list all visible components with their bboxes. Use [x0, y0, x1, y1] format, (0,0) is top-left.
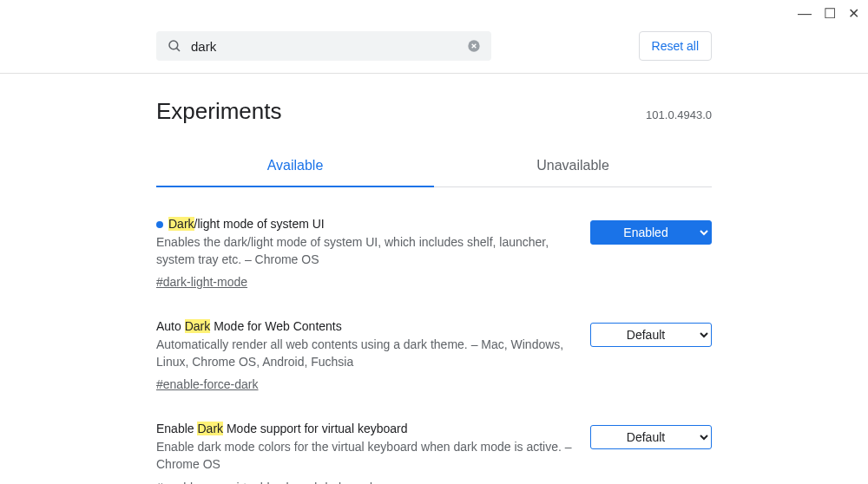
- search-highlight: Dark: [185, 319, 211, 333]
- experiment-text: Enable Dark Mode support for virtual key…: [156, 422, 573, 484]
- search-highlight: Dark: [197, 422, 223, 435]
- tab-unavailable[interactable]: Unavailable: [434, 158, 712, 186]
- reset-all-button[interactable]: Reset all: [639, 31, 712, 61]
- experiment-item: Auto Dark Mode for Web ContentsAutomatic…: [156, 319, 712, 392]
- search-input[interactable]: [191, 39, 467, 54]
- experiment-select-wrap: DefaultEnabledDisabled: [590, 217, 712, 245]
- page-title: Experiments: [156, 98, 282, 125]
- tab-available[interactable]: Available: [156, 158, 434, 187]
- experiment-text: Auto Dark Mode for Web ContentsAutomatic…: [156, 319, 573, 392]
- close-icon[interactable]: ✕: [848, 5, 859, 22]
- experiment-description: Enable dark mode colors for the virtual …: [156, 439, 573, 473]
- minimize-icon[interactable]: —: [798, 6, 812, 22]
- experiment-item: Enable Dark Mode support for virtual key…: [156, 422, 712, 484]
- maximize-icon[interactable]: ☐: [824, 5, 836, 22]
- search-box[interactable]: [156, 31, 491, 61]
- svg-line-1: [176, 48, 180, 51]
- experiment-description: Enables the dark/light mode of system UI…: [156, 234, 573, 268]
- experiment-hash-link[interactable]: #enable-cros-virtual-keyboard-dark-mode: [156, 481, 379, 484]
- svg-point-0: [169, 41, 178, 49]
- window-controls: — ☐ ✕: [798, 5, 859, 22]
- top-divider: [0, 73, 868, 74]
- experiment-description: Automatically render all web contents us…: [156, 337, 573, 370]
- experiment-title: Auto Dark Mode for Web Contents: [156, 319, 573, 333]
- search-highlight: Dark: [168, 217, 194, 231]
- experiment-select-wrap: DefaultEnabledDisabled: [590, 319, 712, 347]
- search-icon: [167, 38, 182, 54]
- modified-indicator-icon: [156, 221, 163, 228]
- experiment-title: Dark/light mode of system UI: [156, 217, 573, 231]
- tabs: Available Unavailable: [156, 158, 712, 187]
- experiment-select[interactable]: DefaultEnabledDisabled: [590, 323, 712, 347]
- experiment-select-wrap: DefaultEnabledDisabled: [590, 422, 712, 449]
- experiment-text: Dark/light mode of system UIEnables the …: [156, 217, 573, 290]
- experiment-item: Dark/light mode of system UIEnables the …: [156, 217, 712, 290]
- clear-search-icon[interactable]: [467, 39, 481, 53]
- experiment-select[interactable]: DefaultEnabledDisabled: [590, 425, 712, 449]
- experiment-hash-link[interactable]: #dark-light-mode: [156, 275, 247, 289]
- experiments-list: Dark/light mode of system UIEnables the …: [156, 217, 712, 484]
- experiment-title: Enable Dark Mode support for virtual key…: [156, 422, 573, 435]
- experiment-select[interactable]: DefaultEnabledDisabled: [590, 220, 712, 245]
- experiment-hash-link[interactable]: #enable-force-dark: [156, 377, 259, 391]
- version-label: 101.0.4943.0: [646, 108, 712, 121]
